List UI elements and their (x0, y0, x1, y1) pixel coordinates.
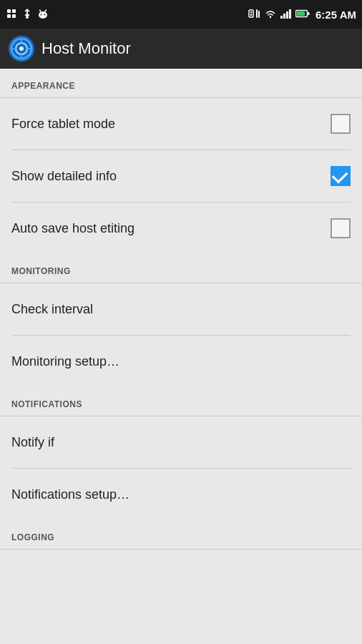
monitoring-setup-item[interactable]: Monitoring setup… (0, 336, 362, 387)
svg-rect-21 (283, 14, 285, 19)
svg-point-10 (41, 14, 42, 15)
svg-rect-2 (7, 14, 11, 18)
svg-rect-1 (12, 9, 16, 13)
logging-label: LOGGING (11, 532, 54, 542)
show-detailed-info-item[interactable]: Show detailed info (0, 150, 362, 202)
svg-rect-22 (286, 11, 288, 19)
battery-icon (295, 9, 310, 20)
svg-rect-20 (280, 16, 283, 19)
logging-section-header: LOGGING (0, 520, 362, 549)
svg-point-19 (270, 16, 271, 17)
force-tablet-mode-checkbox[interactable] (331, 114, 351, 134)
appearance-label: APPEARANCE (11, 81, 75, 91)
appearance-section-header: APPEARANCE (0, 69, 362, 97)
check-interval-label: Check interval (11, 302, 93, 317)
wifi-icon (264, 9, 277, 21)
app-title: Host Monitor (41, 39, 131, 58)
svg-point-30 (19, 47, 24, 51)
auto-save-host-editing-checkbox[interactable] (331, 218, 351, 238)
svg-rect-3 (12, 14, 16, 18)
svg-rect-17 (256, 9, 258, 18)
svg-rect-16 (250, 14, 252, 16)
status-bar-left (6, 8, 49, 21)
signal-bars-icon (280, 9, 293, 21)
notify-if-label: Notify if (11, 435, 54, 450)
monitoring-setup-label: Monitoring setup… (11, 354, 119, 369)
svg-rect-0 (7, 9, 11, 13)
force-tablet-mode-label: Force tablet mode (11, 117, 115, 132)
notifications-section-header: NOTIFICATIONS (0, 387, 362, 416)
monitoring-label: MONITORING (11, 266, 71, 276)
notifications-label: NOTIFICATIONS (11, 399, 82, 409)
status-bar-right: 6:25 AM (248, 9, 356, 21)
title-bar: Host Monitor (0, 29, 362, 69)
logging-divider (0, 549, 362, 550)
android-icon (37, 8, 49, 21)
svg-rect-15 (250, 11, 252, 13)
svg-rect-23 (289, 9, 291, 19)
sim-icon (248, 9, 261, 21)
force-tablet-mode-item[interactable]: Force tablet mode (0, 98, 362, 150)
svg-line-12 (40, 10, 41, 11)
show-detailed-info-label: Show detailed info (11, 169, 117, 184)
svg-line-13 (45, 10, 47, 11)
svg-point-11 (44, 14, 46, 15)
check-interval-item[interactable]: Check interval (0, 283, 362, 335)
auto-save-host-editing-item[interactable]: Auto save host etiting (0, 203, 362, 254)
status-bar: 6:25 AM (0, 0, 362, 29)
svg-point-9 (39, 11, 47, 19)
monitoring-section-header: MONITORING (0, 254, 362, 283)
svg-rect-18 (258, 11, 260, 18)
notify-if-item[interactable]: Notify if (0, 416, 362, 468)
svg-point-6 (26, 16, 29, 19)
show-detailed-info-checkbox[interactable] (331, 166, 351, 186)
auto-save-host-editing-label: Auto save host etiting (11, 221, 134, 236)
svg-rect-25 (308, 12, 310, 15)
time-display: 6:25 AM (315, 9, 356, 21)
svg-rect-26 (297, 11, 305, 16)
notifications-setup-item[interactable]: Notifications setup… (0, 469, 362, 520)
notification-icon (6, 8, 17, 21)
settings-content: APPEARANCE Force tablet mode Show detail… (0, 69, 362, 550)
app-icon (9, 36, 34, 62)
notifications-setup-label: Notifications setup… (11, 487, 129, 502)
usb-icon (21, 8, 33, 21)
